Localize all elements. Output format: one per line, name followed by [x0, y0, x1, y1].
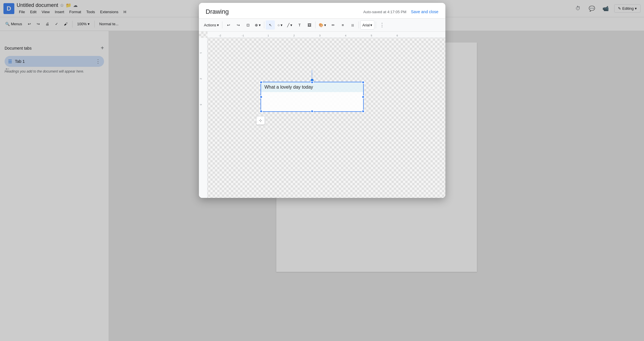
drawing-redo-button[interactable]: ↪	[234, 20, 243, 30]
ruler-label-minus2: -2	[219, 34, 221, 37]
ruler-v-3: 3	[199, 104, 202, 105]
ruler-label-4: 4	[345, 34, 347, 37]
dialog-header-right: Auto-saved at 4:17:05 PM Save and close	[363, 9, 438, 14]
font-selector[interactable]: Arial ▾	[360, 20, 374, 30]
dialog-title: Drawing	[206, 8, 229, 15]
drawing-redo-icon: ↪	[237, 23, 240, 27]
rotation-handle[interactable]	[311, 70, 314, 82]
ruler-label-2: 2	[293, 34, 295, 37]
text-box-text: What a lovely day today	[265, 85, 313, 89]
font-chevron: ▾	[370, 23, 372, 27]
fill-color-button[interactable]: 🎨 ▾	[317, 20, 328, 30]
handle-bottom-middle[interactable]	[311, 110, 314, 113]
align-vertical-button[interactable]: ⫼	[348, 20, 357, 30]
line-icon: ╱	[287, 23, 289, 27]
text-icon: T	[298, 23, 301, 27]
actions-chevron: ▾	[217, 23, 219, 27]
autosave-text: Auto-saved at 4:17:05 PM	[363, 10, 406, 14]
ruler-label-1: 1	[268, 34, 269, 37]
dt-sep-5	[376, 22, 376, 28]
drawing-canvas[interactable]: -2 -1 1 2 3 4 5 6 1 2 3	[199, 32, 445, 198]
border-color-button[interactable]: ✏	[328, 20, 338, 30]
image-button[interactable]: 🖼	[305, 20, 314, 30]
select-icon: ↖	[269, 23, 272, 27]
action-popup-icon: ⊹	[259, 118, 262, 123]
shapes-button[interactable]: ○ ▾	[275, 20, 285, 30]
dt-sep-3	[315, 22, 316, 28]
drawing-undo-button[interactable]: ↩	[224, 20, 233, 30]
dt-sep-4	[359, 22, 359, 28]
line-chevron: ▾	[290, 23, 292, 27]
drawing-dialog: Drawing Auto-saved at 4:17:05 PM Save an…	[199, 3, 445, 198]
rotation-line	[312, 70, 312, 79]
more-options-button[interactable]: ⋮	[377, 20, 387, 30]
actions-menu-button[interactable]: Actions ▾	[202, 20, 221, 30]
text-box[interactable]: What a lovely day today	[261, 82, 364, 112]
text-box-container[interactable]: What a lovely day today ⊹	[261, 82, 364, 112]
fill-chevron: ▾	[324, 23, 326, 27]
ruler-label-6: 6	[397, 34, 398, 37]
handle-bottom-right[interactable]	[362, 110, 365, 113]
fill-icon: 🎨	[319, 23, 323, 27]
drawing-zoom-chevron: ▾	[259, 23, 261, 27]
handle-middle-right[interactable]	[362, 96, 365, 98]
ruler-label-minus1: -1	[242, 34, 244, 37]
ruler-label-3: 3	[319, 34, 321, 37]
text-box-content: What a lovely day today	[261, 82, 363, 92]
border-icon: ✏	[332, 23, 335, 27]
drawing-undo-icon: ↩	[227, 23, 230, 27]
dt-sep-1	[222, 22, 222, 28]
shapes-chevron: ▾	[281, 23, 283, 27]
handle-top-left[interactable]	[260, 81, 263, 84]
dialog-header: Drawing Auto-saved at 4:17:05 PM Save an…	[199, 3, 445, 18]
actions-label: Actions	[204, 23, 216, 27]
align-horizontal-button[interactable]: ≡	[338, 20, 347, 30]
line-button[interactable]: ╱ ▾	[285, 20, 294, 30]
drawing-zoom-button[interactable]: ⊕ ▾	[253, 20, 263, 30]
text-button[interactable]: T	[295, 20, 304, 30]
text-action-popup-button[interactable]: ⊹	[256, 116, 265, 125]
modal-overlay: Drawing Auto-saved at 4:17:05 PM Save an…	[0, 0, 644, 341]
ruler-v-1: 1	[199, 52, 202, 54]
canvas-ruler-horizontal: -2 -1 1 2 3 4 5 6	[208, 32, 445, 38]
font-name-label: Arial	[362, 23, 370, 27]
select-tool-button[interactable]: ↖	[266, 20, 275, 30]
handle-top-middle[interactable]	[311, 81, 314, 84]
save-and-close-button[interactable]: Save and close	[411, 9, 439, 14]
image-icon: 🖼	[308, 23, 311, 27]
drawing-toolbar: Actions ▾ ↩ ↪ ⊡ ⊕ ▾ ↖ ○ ▾	[199, 18, 445, 32]
dt-sep-2	[264, 22, 264, 28]
more-vert-icon: ⋮	[379, 22, 385, 28]
handle-top-right[interactable]	[362, 81, 365, 84]
handle-bottom-left[interactable]	[260, 110, 263, 113]
align-horizontal-icon: ≡	[342, 23, 344, 27]
drawing-crop-button[interactable]: ⊡	[243, 20, 252, 30]
ruler-label-5: 5	[371, 34, 372, 37]
drawing-crop-icon: ⊡	[246, 23, 250, 27]
handle-middle-left[interactable]	[260, 96, 263, 98]
align-vertical-icon: ⫼	[351, 23, 355, 27]
drawing-zoom-icon: ⊕	[255, 23, 258, 27]
canvas-ruler-vertical: 1 2 3	[199, 38, 208, 198]
shapes-icon: ○	[277, 23, 280, 27]
ruler-v-2: 2	[199, 78, 202, 79]
